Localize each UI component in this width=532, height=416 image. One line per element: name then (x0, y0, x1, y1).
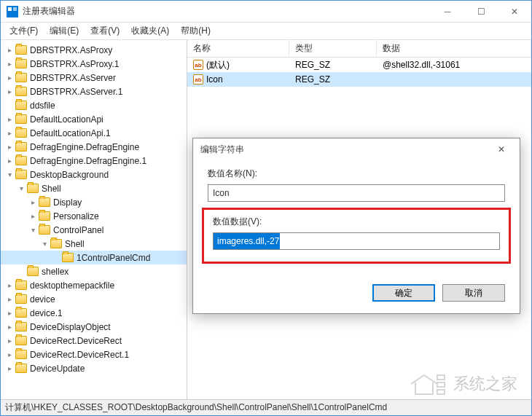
list-row[interactable]: abIconREG_SZ (187, 72, 531, 87)
expander-icon[interactable]: ▸ (5, 115, 14, 123)
expander-icon[interactable]: ▾ (40, 240, 49, 248)
menu-favorites[interactable]: 收藏夹(A) (125, 23, 175, 39)
tree-label: DeviceDisplayObject (30, 322, 111, 332)
cancel-button[interactable]: 取消 (442, 284, 505, 302)
col-data[interactable]: 数据 (377, 40, 531, 57)
dialog-close-button[interactable]: ✕ (490, 144, 512, 154)
tree-item[interactable]: ▾DesktopBackground (1, 168, 187, 181)
tree-item[interactable]: ▾ControlPanel (1, 223, 187, 237)
expander-icon[interactable]: ▾ (28, 226, 37, 234)
folder-icon (15, 280, 27, 290)
tree-item[interactable]: ▾Shell (1, 237, 187, 251)
tree-label: ControlPanel (53, 225, 103, 235)
tree-item[interactable]: ▸DefaultLocationApi.1 (1, 126, 187, 140)
value-name-label: 数值名称(N): (208, 168, 505, 180)
tree-label: 1ControlPanelCmd (77, 253, 150, 263)
expander-icon[interactable]: ▸ (5, 295, 14, 303)
expander-icon[interactable]: ▸ (28, 198, 37, 206)
tree-item[interactable]: ▸desktopthemepackfile (1, 278, 187, 292)
tree-item[interactable]: ▸DBRSTPRX.AsProxy (1, 43, 187, 57)
expander-icon[interactable]: ▸ (5, 337, 14, 345)
tree-item[interactable]: ▸DefragEngine.DefragEngine.1 (1, 154, 187, 168)
menu-help[interactable]: 帮助(H) (175, 23, 216, 39)
folder-icon (50, 239, 62, 248)
tree-item[interactable]: ▸DefragEngine.DefragEngine (1, 140, 187, 154)
folder-icon (15, 294, 27, 304)
tree-item[interactable]: ▸DeviceUpdate (1, 361, 187, 375)
folder-icon (15, 45, 27, 55)
expander-icon[interactable]: ▸ (5, 350, 14, 358)
tree-item[interactable]: ▸DBRSTPRX.AsServer.1 (1, 85, 187, 98)
expander-icon[interactable]: ▸ (5, 309, 14, 317)
folder-icon (15, 114, 27, 124)
expander-icon[interactable]: ▸ (5, 281, 14, 289)
close-button[interactable]: ✕ (498, 1, 531, 23)
value-name-input[interactable] (208, 184, 505, 202)
tree-item[interactable]: ▸device.1 (1, 306, 187, 320)
expander-icon[interactable]: ▸ (5, 74, 14, 82)
folder-icon (15, 87, 27, 96)
titlebar[interactable]: 注册表编辑器 ─ ☐ ✕ (1, 1, 531, 23)
expander-icon[interactable]: ▾ (5, 170, 14, 178)
tree-item[interactable]: ▸DefaultLocationApi (1, 112, 187, 126)
folder-icon (15, 350, 27, 359)
list-header: 名称 类型 数据 (187, 40, 531, 58)
expander-icon[interactable]: ▸ (5, 143, 14, 151)
list-row[interactable]: ab(默认)REG_SZ@shell32.dll,-31061 (187, 58, 531, 72)
value-name: (默认) (206, 59, 230, 71)
tree-item[interactable]: ▸Display (1, 195, 187, 209)
folder-icon (15, 142, 27, 152)
highlight-frame: 数值数据(V): imageres.dll,-27 (202, 208, 511, 264)
value-data-selection: imageres.dll,-27 (214, 233, 280, 249)
value-data: @shell32.dll,-31061 (377, 60, 531, 70)
folder-icon (15, 364, 27, 373)
tree-label: DBRSTPRX.AsProxy (30, 45, 112, 55)
tree-item[interactable]: ▸device (1, 292, 187, 306)
folder-icon (27, 267, 39, 276)
menu-file[interactable]: 文件(F) (4, 23, 44, 39)
maximize-button[interactable]: ☐ (464, 1, 498, 23)
value-name: Icon (206, 74, 223, 85)
tree-label: Display (53, 197, 82, 208)
app-icon (7, 6, 18, 17)
expander-icon[interactable]: ▸ (5, 46, 14, 54)
tree-item[interactable]: ▾Shell (1, 181, 187, 195)
expander-icon[interactable]: ▸ (5, 364, 14, 372)
tree-label: DBRSTPRX.AsServer.1 (30, 87, 122, 97)
tree-pane[interactable]: ▸DBRSTPRX.AsProxy▸DBRSTPRX.AsProxy.1▸DBR… (1, 40, 187, 399)
col-name[interactable]: 名称 (187, 40, 289, 57)
expander-icon[interactable]: ▸ (5, 323, 14, 331)
tree-item[interactable]: ▸DBRSTPRX.AsProxy.1 (1, 57, 187, 71)
tree-item[interactable]: ▸Personalize (1, 209, 187, 223)
window-title: 注册表编辑器 (23, 5, 431, 17)
folder-icon (15, 128, 27, 138)
col-type[interactable]: 类型 (289, 40, 377, 57)
tree-label: Personalize (53, 211, 99, 221)
expander-icon[interactable]: ▸ (5, 129, 14, 137)
tree-label: DBRSTPRX.AsServer (30, 73, 116, 83)
expander-icon[interactable]: ▸ (5, 87, 14, 95)
tree-label: DBRSTPRX.AsProxy.1 (30, 59, 119, 69)
tree-label: DeviceUpdate (30, 364, 85, 374)
tree-item[interactable]: ▸DeviceRect.DeviceRect.1 (1, 348, 187, 361)
folder-icon (62, 253, 74, 262)
folder-icon (15, 156, 27, 165)
tree-item[interactable]: shellex (1, 264, 187, 278)
tree-item[interactable]: ddsfile (1, 98, 187, 112)
expander-icon[interactable]: ▸ (28, 212, 37, 220)
tree-label: Shell (65, 239, 85, 249)
tree-item[interactable]: ▸DeviceDisplayObject (1, 320, 187, 334)
value-type: REG_SZ (289, 74, 377, 85)
folder-icon (39, 197, 50, 207)
expander-icon[interactable]: ▸ (5, 60, 14, 68)
minimize-button[interactable]: ─ (431, 1, 464, 23)
tree-item[interactable]: ▸DeviceRect.DeviceRect (1, 334, 187, 348)
menu-view[interactable]: 查看(V) (85, 23, 125, 39)
tree-item[interactable]: ▸DBRSTPRX.AsServer (1, 71, 187, 85)
dialog-titlebar[interactable]: 编辑字符串 ✕ (193, 138, 520, 160)
tree-item[interactable]: 1ControlPanelCmd (1, 251, 187, 264)
ok-button[interactable]: 确定 (372, 284, 435, 302)
expander-icon[interactable]: ▸ (5, 157, 14, 165)
expander-icon[interactable]: ▾ (17, 184, 26, 192)
menu-edit[interactable]: 编辑(E) (44, 23, 85, 39)
